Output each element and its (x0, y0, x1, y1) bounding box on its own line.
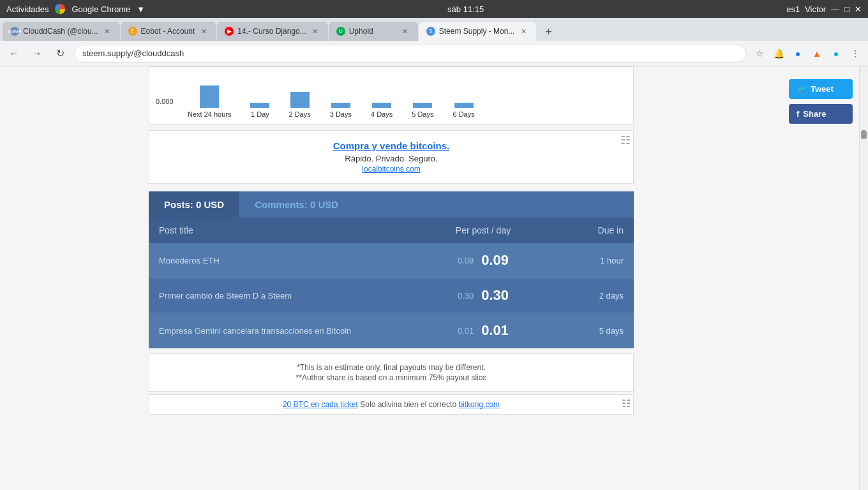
row-big-val: 0.09 (481, 252, 509, 269)
chart-bar (200, 85, 219, 108)
address-input[interactable] (74, 45, 747, 63)
tab-close[interactable]: ✕ (198, 26, 209, 36)
tab-comments[interactable]: Comments: 0 USD (239, 191, 354, 218)
tab-label: Eobot - Account (141, 27, 195, 36)
chart-bar-label: 5 Days (412, 110, 433, 118)
refresh-button[interactable]: ↻ (51, 45, 69, 63)
tab-close[interactable]: ✕ (102, 26, 112, 36)
chart-bar-label: Next 24 hours (188, 110, 231, 118)
row-title: Primer cambio de Steem D a Steem (159, 291, 419, 301)
chart-bar (413, 103, 432, 108)
col-per-post-header: Per post / day (419, 225, 547, 235)
bottom-ad: ☷ 20 BTC en cada ticket Solo adivina bie… (149, 394, 634, 415)
skype-icon[interactable]: ● (828, 46, 844, 61)
bookmark-icon[interactable]: ☆ (752, 46, 767, 61)
lang-display[interactable]: es1 (786, 4, 800, 14)
row-small-val: 0.30 (458, 291, 474, 301)
user-display: Victor (805, 4, 826, 14)
row-per-post: 0.30 0.30 (419, 287, 547, 304)
profile-icon-blue[interactable]: ● (790, 46, 805, 61)
chart-bar-label: 3 Days (330, 110, 352, 118)
table-row: Monederos ETH 0.09 0.09 1 hour (149, 243, 634, 278)
row-small-val: 0.01 (458, 326, 474, 336)
chart-y-label: 0.000 (156, 98, 174, 105)
chart-bar (290, 92, 310, 108)
chart-bar (250, 103, 269, 108)
content-wrapper: 0.000 Next 24 hours1 Day2 Days3 Days4 Da… (136, 66, 647, 415)
tab-label: Uphold (349, 27, 396, 36)
footer-note2: **Author share is based on a minimum 75%… (149, 373, 633, 382)
table-row: Primer cambio de Steem D a Steem 0.30 0.… (149, 278, 634, 313)
ad2-link[interactable]: 20 BTC en cada ticket (283, 400, 358, 409)
browser-tab-tab3[interactable]: ▶ 14.- Curso Django... ✕ (217, 22, 327, 41)
notification-icon[interactable]: 🔔 (771, 46, 786, 61)
os-bar-left: Actividades Google Chrome ▼ (6, 4, 145, 14)
chart-bar-group: 1 Day (250, 103, 269, 118)
bottom-ad-close[interactable]: ☷ (622, 397, 631, 410)
chrome-icon (55, 4, 65, 14)
chart-bar-label: 6 Days (453, 110, 474, 118)
activities-label[interactable]: Actividades (6, 4, 49, 14)
browser-tab-tab5[interactable]: S Steem Supply - Mon... ✕ (419, 22, 537, 41)
chart-bar-group: 6 Days (453, 103, 474, 118)
tab-label: ClouddCash (@clou... (23, 27, 98, 36)
row-title: Empresa Gemini cancelara transacciones e… (159, 326, 419, 336)
chrome-label[interactable]: Google Chrome (71, 4, 130, 14)
row-due: 5 days (547, 326, 624, 336)
scrollbar-thumb[interactable] (861, 130, 867, 139)
dropdown-icon[interactable]: ▼ (137, 4, 145, 14)
col-due-header: Due in (547, 225, 624, 235)
main-area: 0.000 Next 24 hours1 Day2 Days3 Days4 Da… (0, 66, 782, 490)
tab-label: Steem Supply - Mon... (439, 27, 515, 36)
ad-close-1[interactable]: ☷ (620, 133, 631, 147)
browser-tab-tab2[interactable]: E Eobot - Account ✕ (121, 22, 217, 41)
row-per-post: 0.09 0.09 (419, 252, 547, 269)
row-small-val: 0.09 (458, 256, 474, 265)
footer-notes: *This is an estimate only, final payouts… (149, 353, 634, 392)
window-close[interactable]: ✕ (855, 4, 862, 14)
tab-posts[interactable]: Posts: 0 USD (149, 191, 239, 218)
menu-icon[interactable]: ⋮ (848, 46, 863, 61)
chart-area: 0.000 Next 24 hours1 Day2 Days3 Days4 Da… (156, 73, 627, 118)
table-row: Empresa Gemini cancelara transacciones e… (149, 313, 634, 348)
address-icons: ☆ 🔔 ● ▲ ● ⋮ (752, 46, 863, 61)
chart-bar-group: 2 Days (288, 92, 310, 118)
ad1-sub: Rápido. Privado. Seguro. (159, 154, 624, 163)
ad2-text: Solo adivina bien el correcto (360, 400, 456, 409)
address-bar: ← → ↻ ☆ 🔔 ● ▲ ● ⋮ (0, 41, 868, 66)
row-title: Monederos ETH (159, 256, 419, 265)
window-minimize[interactable]: — (831, 4, 839, 14)
new-tab-button[interactable]: + (539, 23, 557, 41)
ad-section-1: ☷ Compra y vende bitcoins. Rápido. Priva… (149, 130, 634, 184)
browser-tab-tab4[interactable]: U Uphold ✕ (329, 22, 418, 41)
share-button[interactable]: f Share (789, 104, 853, 124)
firefox-icon[interactable]: ▲ (809, 46, 825, 61)
chart-section: 0.000 Next 24 hours1 Day2 Days3 Days4 Da… (149, 66, 634, 125)
tab-close[interactable]: ✕ (310, 26, 320, 36)
ad1-url[interactable]: localbitcoins.com (362, 165, 420, 174)
browser-tab-tab1[interactable]: wave ClouddCash (@clou... ✕ (3, 22, 120, 41)
os-bar: Actividades Google Chrome ▼ sáb 11:15 es… (0, 0, 868, 18)
ad2-url[interactable]: bitkong.com (458, 400, 500, 409)
chart-bar-label: 2 Days (288, 110, 310, 118)
forward-button[interactable]: → (28, 45, 46, 63)
scrollbar-track[interactable] (859, 66, 868, 490)
row-due: 1 hour (547, 256, 624, 265)
window-maximize[interactable]: □ (844, 4, 849, 14)
tabs-container: Posts: 0 USD Comments: 0 USD Post title … (149, 191, 634, 348)
back-button[interactable]: ← (5, 45, 23, 63)
tab-close[interactable]: ✕ (400, 26, 410, 36)
tweet-button[interactable]: 🐦 Tweet (789, 79, 853, 99)
tab-favicon: ▶ (225, 27, 234, 36)
page-content: 0.000 Next 24 hours1 Day2 Days3 Days4 Da… (0, 66, 868, 490)
ad1-link[interactable]: Compra y vende bitcoins. (333, 140, 450, 151)
tab-favicon: U (336, 27, 345, 36)
tab-close[interactable]: ✕ (518, 26, 528, 36)
chart-bar (454, 103, 474, 108)
tab-label: 14.- Curso Django... (237, 27, 306, 36)
os-bar-right: es1 Victor — □ ✕ (786, 4, 862, 14)
table-body: Monederos ETH 0.09 0.09 1 hour Primer ca… (149, 243, 634, 348)
browser-chrome: wave ClouddCash (@clou... ✕ E Eobot - Ac… (0, 18, 868, 66)
chart-bar (372, 103, 391, 108)
os-bar-center: sáb 11:15 (447, 4, 484, 14)
